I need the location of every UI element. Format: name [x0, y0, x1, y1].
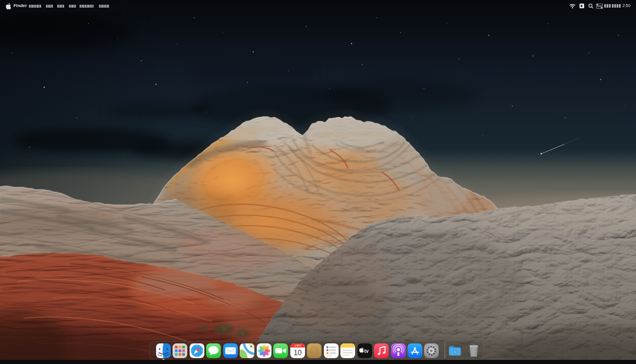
svg-text:tv: tv [364, 348, 369, 354]
svg-text:土曜日: 土曜日 [293, 344, 301, 347]
svg-text:10: 10 [293, 349, 302, 357]
